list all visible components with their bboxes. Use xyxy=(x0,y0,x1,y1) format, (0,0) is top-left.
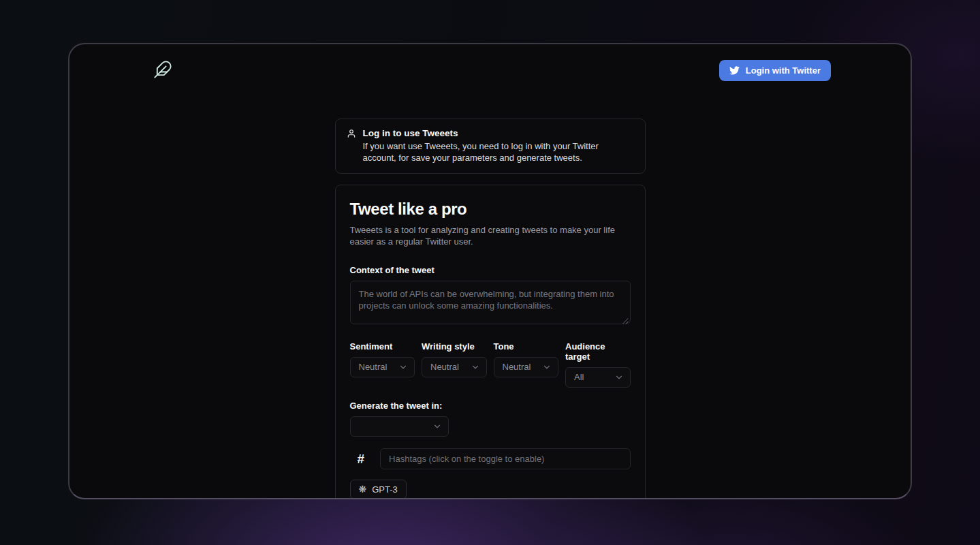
openai-icon: ❋ xyxy=(359,484,367,494)
hashtags-input[interactable] xyxy=(380,448,630,469)
chevron-down-icon xyxy=(471,362,480,372)
page-subtitle: Tweeets is a tool for analyzing and crea… xyxy=(350,224,631,247)
chevron-down-icon xyxy=(432,422,442,431)
page-title: Tweet like a pro xyxy=(350,200,631,219)
sentiment-field: Sentiment Neutral xyxy=(350,341,415,388)
login-with-twitter-button[interactable]: Login with Twitter xyxy=(719,60,831,81)
tone-label: Tone xyxy=(494,341,559,352)
notice-body: If you want use Tweeets, you need to log… xyxy=(363,141,634,164)
language-select[interactable] xyxy=(350,416,449,437)
sentiment-select-value: Neutral xyxy=(359,362,388,372)
feather-logo-icon[interactable] xyxy=(153,60,172,79)
app-window: Login with Twitter Log in to use Tweeets… xyxy=(68,43,912,499)
writing-style-label: Writing style xyxy=(422,341,487,352)
notice-title: Log in to use Tweeets xyxy=(363,128,634,138)
login-notice-card: Log in to use Tweeets If you want use Tw… xyxy=(335,119,646,174)
login-button-label: Login with Twitter xyxy=(746,65,821,76)
context-textarea-wrap xyxy=(350,281,631,327)
sentiment-label: Sentiment xyxy=(350,341,415,352)
user-icon xyxy=(347,129,356,141)
hashtag-toggle-icon[interactable]: # xyxy=(358,452,365,465)
audience-target-select-value: All xyxy=(574,372,584,382)
tone-select[interactable]: Neutral xyxy=(494,357,559,377)
tone-field: Tone Neutral xyxy=(494,341,559,388)
writing-style-select-value: Neutral xyxy=(430,362,459,372)
writing-style-field: Writing style Neutral xyxy=(422,341,487,388)
context-label: Context of the tweet xyxy=(350,265,631,275)
language-label: Generate the tweet in: xyxy=(350,401,631,411)
select-row: Sentiment Neutral Writing style Neutral xyxy=(350,341,631,388)
notice-text-block: Log in to use Tweeets If you want use Tw… xyxy=(363,128,634,164)
sentiment-select[interactable]: Neutral xyxy=(350,357,415,377)
gpt3-model-badge[interactable]: ❋ GPT-3 xyxy=(350,480,407,499)
writing-style-select[interactable]: Neutral xyxy=(422,357,487,377)
audience-target-select[interactable]: All xyxy=(565,367,631,388)
chevron-down-icon xyxy=(614,373,624,382)
context-textarea[interactable] xyxy=(350,281,631,324)
tweet-form-card: Tweet like a pro Tweeets is a tool for a… xyxy=(335,185,646,499)
audience-target-label: Audience target xyxy=(565,341,631,362)
chevron-down-icon xyxy=(398,362,408,372)
chevron-down-icon xyxy=(542,362,552,372)
twitter-icon xyxy=(729,65,740,76)
main-content-column: Log in to use Tweeets If you want use Tw… xyxy=(335,119,646,499)
tone-select-value: Neutral xyxy=(503,362,531,372)
gpt3-badge-label: GPT-3 xyxy=(372,484,398,495)
audience-target-field: Audience target All xyxy=(565,341,631,388)
hashtags-row: # xyxy=(350,448,631,469)
